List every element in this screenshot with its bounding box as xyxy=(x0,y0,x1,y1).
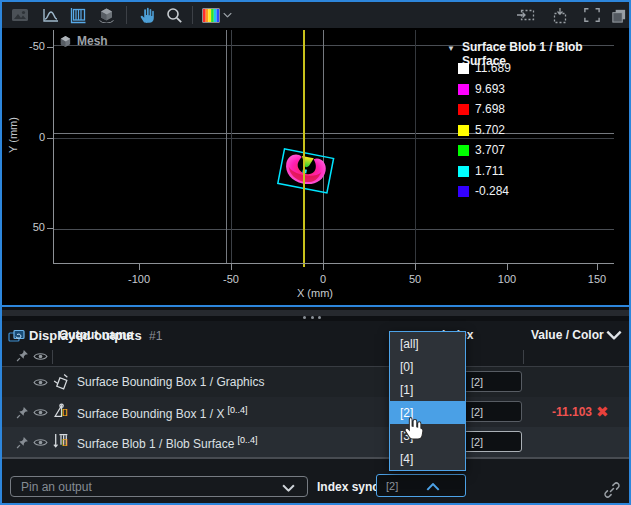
blob-surface-graphic xyxy=(268,142,348,202)
dropdown-item-1[interactable]: [1] xyxy=(390,378,465,401)
pin-icon[interactable] xyxy=(16,406,29,419)
x-tick-label: 0 xyxy=(293,273,353,285)
index-sync-label: Index sync xyxy=(317,480,379,494)
x-tick-label: -100 xyxy=(109,273,169,285)
y-axis-title: Y (mm) xyxy=(7,105,21,165)
color-palette-icon[interactable] xyxy=(200,5,234,25)
graphics-icon xyxy=(52,373,70,391)
profile-view-icon[interactable] xyxy=(38,5,62,25)
legend-swatch xyxy=(458,166,469,177)
toolbar-separator xyxy=(126,6,127,24)
legend-value: -0.284 xyxy=(475,184,509,198)
table-row[interactable]: Surface Bounding Box 1 / Graphics [2] xyxy=(2,367,629,397)
surface-view-icon[interactable] xyxy=(66,5,90,25)
measurement-value: -11.103 xyxy=(522,405,592,419)
y-tick-label: -50 xyxy=(5,40,45,52)
x-tick-label: 50 xyxy=(385,273,445,285)
x-tick-label: 100 xyxy=(477,273,537,285)
fail-x-icon: ✖ xyxy=(596,403,609,421)
dropdown-item-4[interactable]: [4] xyxy=(390,447,465,470)
column-header-value-color[interactable]: Value / Color xyxy=(531,328,604,342)
index-sync-combobox[interactable]: [2] xyxy=(376,474,466,497)
application-window: -50 0 50 -100 -50 0 50 100 150 X (mm) Y … xyxy=(0,0,631,505)
pane-splitter[interactable] xyxy=(2,307,629,321)
pane-border xyxy=(0,305,631,307)
displayed-outputs-panel: Displayed outputs #1 Output name Index V… xyxy=(2,321,629,503)
pin-icon[interactable] xyxy=(16,436,29,449)
panel-collapse-chevron-icon[interactable] xyxy=(606,330,622,340)
output-name: Surface Bounding Box 1 / Graphics xyxy=(77,375,264,389)
output-name: Surface Blob 1 / Blob Surface[0..4] xyxy=(77,435,257,451)
x-tick-label: -50 xyxy=(201,273,261,285)
y-axis-line xyxy=(53,30,54,264)
legend-value: 7.698 xyxy=(475,102,505,116)
legend-value: 11.689 xyxy=(475,61,511,75)
window-border xyxy=(0,0,2,505)
index-sync-dropdown: [all] [0] [1] [2] [3] [4] xyxy=(389,331,466,471)
legend-collapse-icon[interactable]: ▼ xyxy=(447,44,455,53)
table-row[interactable]: [] Surface Bounding Box 1 / X[0..4] [2] … xyxy=(2,397,629,427)
zoom-tool-icon[interactable] xyxy=(162,5,186,25)
link-icon[interactable] xyxy=(604,482,620,498)
column-header-output-name[interactable]: Output name xyxy=(59,328,133,342)
dropdown-item-0[interactable]: [0] xyxy=(390,355,465,378)
fit-horizontal-icon[interactable] xyxy=(514,5,538,25)
blob-surface-icon: [] xyxy=(52,432,70,450)
index-sync-value: [2] xyxy=(386,480,398,492)
surface-plot[interactable]: -50 0 50 -100 -50 0 50 100 150 X (mm) Y … xyxy=(2,28,629,305)
x-axis-title: X (mm) xyxy=(275,287,355,299)
x-marker-line xyxy=(303,30,305,267)
pin-output-placeholder: Pin an output xyxy=(21,480,92,494)
splitter-grip-icon[interactable] xyxy=(303,316,321,320)
legend-swatch xyxy=(458,145,469,156)
fit-vertical-icon[interactable] xyxy=(548,5,572,25)
hand-cursor-icon xyxy=(402,415,424,441)
legend-swatch xyxy=(458,104,469,115)
image-view-icon[interactable] xyxy=(8,5,32,25)
window-border xyxy=(0,0,631,2)
chevron-up-icon xyxy=(426,483,440,491)
legend-value: 9.693 xyxy=(475,82,505,96)
chevron-down-icon xyxy=(282,484,295,492)
displayed-outputs-icon xyxy=(8,329,26,344)
table-row[interactable]: [] Surface Blob 1 / Blob Surface[0..4] [… xyxy=(2,427,629,457)
legend-value: 3.707 xyxy=(475,143,505,157)
model-3d-view-icon[interactable] xyxy=(94,5,118,25)
view-toolbar xyxy=(2,2,629,28)
x-tick-label: 150 xyxy=(567,273,627,285)
toolbar-separator xyxy=(192,6,193,24)
legend-swatch xyxy=(458,125,469,136)
view-mode-label: Mesh xyxy=(77,34,108,48)
pan-tool-icon[interactable] xyxy=(134,5,158,25)
layout-windows-icon[interactable] xyxy=(606,5,630,25)
legend-value: 1.711 xyxy=(475,164,504,178)
output-name: Surface Bounding Box 1 / X[0..4] xyxy=(77,405,247,421)
x-axis-line xyxy=(53,263,614,264)
fullscreen-icon[interactable] xyxy=(580,5,604,25)
measurement-x-icon: [] xyxy=(52,402,70,420)
y-tick-label: 50 xyxy=(5,221,45,233)
visibility-eye-icon[interactable] xyxy=(33,437,48,448)
visibility-eye-icon[interactable] xyxy=(33,377,48,388)
dropdown-item-all[interactable]: [all] xyxy=(390,332,465,355)
visibility-eye-icon[interactable] xyxy=(33,407,48,418)
legend-swatch xyxy=(458,63,469,74)
panel-badge: #1 xyxy=(149,329,162,343)
visibility-column-icon[interactable] xyxy=(33,351,48,362)
pin-output-combobox[interactable]: Pin an output xyxy=(10,476,308,497)
pin-column-icon[interactable] xyxy=(16,349,29,362)
legend-swatch xyxy=(458,84,469,95)
legend-value: 5.702 xyxy=(475,123,505,137)
legend-swatch xyxy=(458,186,469,197)
mesh-cube-icon xyxy=(59,35,72,48)
